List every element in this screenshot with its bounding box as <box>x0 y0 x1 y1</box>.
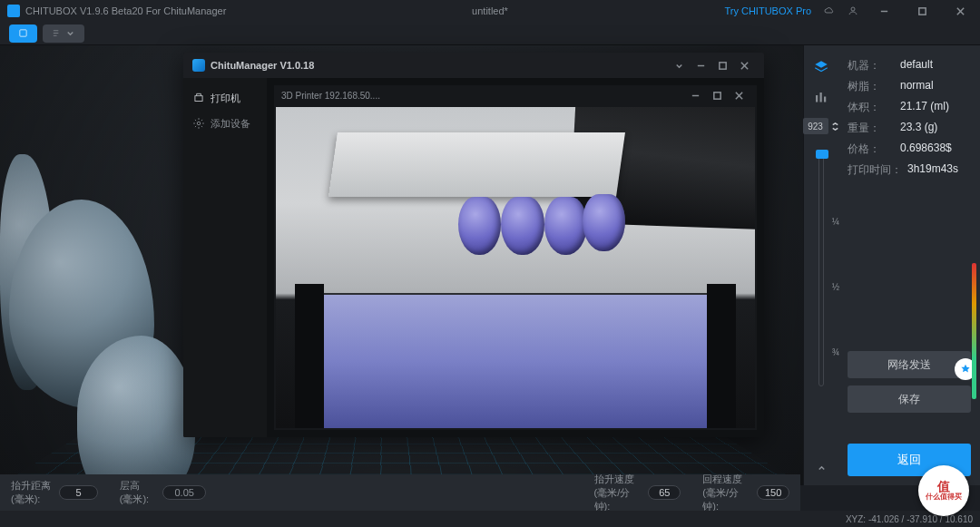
modal-titlebar[interactable]: ChituManager V1.0.18 <box>183 53 764 78</box>
xyz-readout: XYZ: -41.026 / -37.910 / 10.610 <box>846 514 973 524</box>
lift-dist-label: 抬升距离(毫米): <box>11 479 52 506</box>
layer-input[interactable]: 923 <box>803 118 828 134</box>
modal-chevron-down-icon[interactable] <box>668 56 690 74</box>
retract-speed-label: 回程速度 (毫米/分钟): <box>702 473 750 513</box>
weight-value: 23.3 (g) <box>900 121 937 136</box>
user-icon[interactable] <box>848 5 858 16</box>
status-bar: XYZ: -41.026 / -37.910 / 10.610 <box>0 511 980 527</box>
close-button[interactable] <box>947 0 973 22</box>
svg-rect-3 <box>719 62 725 68</box>
machine-label: 机器： <box>848 58 895 73</box>
lift-dist-value[interactable]: 5 <box>59 485 97 500</box>
cloud-icon[interactable] <box>824 5 835 16</box>
gear-icon <box>192 117 205 130</box>
lift-speed-value[interactable]: 65 <box>648 485 681 500</box>
toolbar <box>0 22 980 45</box>
sidebar-item-printer[interactable]: 打印机 <box>183 85 267 111</box>
svg-point-5 <box>197 122 201 125</box>
camera-title: 3D Printer 192.168.50.... <box>281 91 380 101</box>
layer-height-value[interactable]: 0.05 <box>162 485 206 500</box>
svg-rect-4 <box>195 96 202 102</box>
slider-handle[interactable] <box>816 150 828 159</box>
bars-icon[interactable] <box>810 87 832 109</box>
app-logo <box>7 5 20 17</box>
titlebar: CHITUBOX V1.9.6 Beta20 For ChituManager … <box>0 0 980 22</box>
right-panel: 923 ½ ¾ 机器：default 树脂：normal 体积：21.17 (m… <box>803 45 980 485</box>
time-value: 3h19m43s <box>907 162 958 178</box>
price-label: 价格： <box>848 142 895 157</box>
level-indicator <box>972 263 976 399</box>
toolbar-tab-secondary[interactable] <box>43 24 84 43</box>
modal-minimize-button[interactable] <box>690 56 711 74</box>
camera-feed <box>276 107 755 428</box>
camera-close-button[interactable] <box>728 86 750 104</box>
minimize-button[interactable] <box>871 0 897 22</box>
printer-icon <box>192 92 205 104</box>
modal-sidebar: 打印机 添加设备 <box>183 78 267 437</box>
retract-speed-value[interactable]: 150 <box>757 485 789 500</box>
watermark: 值 什么值得买 <box>918 465 969 516</box>
lift-speed-label: 抬升速度 (毫米/分钟): <box>594 473 642 513</box>
network-send-button[interactable]: 网络发送 <box>848 351 971 378</box>
layer-height-label: 层高 (毫米): <box>120 479 155 506</box>
camera-window: 3D Printer 192.168.50.... <box>274 85 757 430</box>
time-label: 打印时间： <box>848 162 902 178</box>
chitumanager-window: ChituManager V1.0.18 打印机 添加设备 <box>183 53 764 437</box>
modal-close-button[interactable] <box>733 56 755 74</box>
weight-label: 重量： <box>848 121 895 136</box>
modal-maximize-button[interactable] <box>711 56 733 74</box>
layer-slider[interactable]: ½ ¾ <box>818 151 824 386</box>
try-pro-link[interactable]: Try CHITUBOX Pro <box>724 5 811 16</box>
save-button[interactable]: 保存 <box>848 385 971 413</box>
svg-rect-6 <box>713 92 720 98</box>
maximize-button[interactable] <box>909 0 935 22</box>
app-title: CHITUBOX V1.9.6 Beta20 For ChituManager <box>25 5 226 16</box>
resin-label: 树脂： <box>848 79 895 94</box>
machine-value: default <box>900 58 933 73</box>
toolbar-tab-active[interactable] <box>9 24 37 43</box>
modal-logo <box>192 59 205 72</box>
svg-rect-1 <box>918 7 925 14</box>
svg-point-0 <box>851 7 855 11</box>
svg-rect-2 <box>20 30 26 36</box>
resin-value: normal <box>900 79 934 94</box>
volume-value: 21.17 (ml) <box>900 100 949 115</box>
sidebar-item-add-device[interactable]: 添加设备 <box>183 111 267 136</box>
camera-titlebar[interactable]: 3D Printer 192.168.50.... <box>274 85 757 105</box>
camera-minimize-button[interactable] <box>684 86 706 104</box>
panel-collapse-icon[interactable] <box>817 464 827 476</box>
modal-title: ChituManager V1.0.18 <box>211 60 314 71</box>
print-params-bar: 抬升距离(毫米): 5 层高 (毫米): 0.05 抬升速度 (毫米/分钟): … <box>0 474 800 511</box>
camera-maximize-button[interactable] <box>706 86 728 104</box>
layers-icon[interactable] <box>810 56 832 78</box>
document-title: untitled* <box>472 5 508 16</box>
price-value: 0.698638$ <box>900 142 952 157</box>
volume-label: 体积： <box>848 100 895 115</box>
